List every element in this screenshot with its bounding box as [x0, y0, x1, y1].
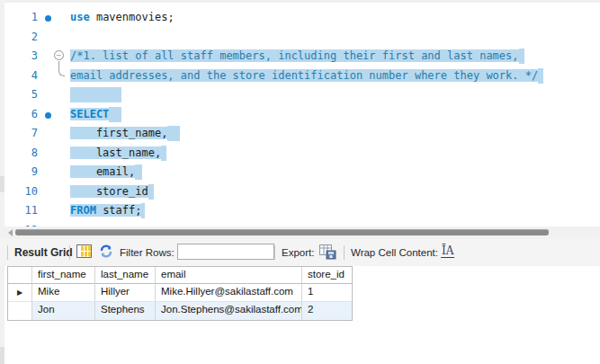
table-cell[interactable]: Stephens — [95, 302, 156, 320]
line-number: 3 — [4, 49, 38, 62]
row-selector-cell[interactable] — [8, 302, 32, 320]
line-number: 9 — [4, 165, 38, 178]
export-label: Export: — [282, 247, 314, 258]
rail-handle[interactable] — [0, 347, 4, 364]
refresh-icon[interactable] — [99, 244, 113, 259]
active-row-icon: ▶ — [17, 289, 22, 297]
line-number: 5 — [4, 88, 38, 101]
code-line[interactable]: 11FROM staff; — [4, 201, 600, 221]
code-text: FROM staff; — [70, 203, 145, 218]
separator — [274, 245, 275, 260]
filter-rows-input[interactable] — [177, 244, 274, 260]
code-line[interactable]: 3−/*1. list of all staff members, includ… — [4, 47, 600, 67]
wrap-cell-content-label: Wrap Cell Content: — [351, 247, 438, 258]
column-header[interactable]: first_name — [32, 267, 95, 284]
result-grid-table: first_namelast_nameemailstore_id▶MikeHil… — [7, 266, 353, 321]
code-text: /*1. list of all staff members, includin… — [70, 49, 524, 64]
wrap-cell-content-icon[interactable]: ĪA — [441, 245, 454, 258]
fold-collapse-icon[interactable]: − — [54, 50, 64, 60]
code-line[interactable]: 9 email, — [4, 163, 600, 182]
row-selector-cell[interactable]: ▶ — [8, 284, 32, 302]
code-text: email addresses, and the store identific… — [70, 68, 543, 84]
code-text — [70, 87, 121, 102]
code-line[interactable]: 1use mavenmovies; — [4, 8, 600, 28]
line-number: 1 — [4, 11, 38, 23]
row-selector-header — [8, 267, 32, 284]
result-grid-title: Result Grid — [14, 246, 73, 259]
export-icon[interactable] — [319, 244, 336, 260]
code-text: first_name, — [70, 126, 180, 141]
table-cell[interactable]: 2 — [302, 302, 352, 320]
statement-marker-icon — [45, 112, 51, 119]
column-header[interactable]: store_id — [302, 267, 352, 284]
code-text: use mavenmovies; — [70, 10, 175, 25]
filter-rows-label: Filter Rows: — [120, 247, 175, 258]
code-line[interactable]: 2 — [4, 28, 600, 48]
scroll-left-icon[interactable] — [8, 229, 13, 236]
line-number: 6 — [4, 108, 38, 120]
statement-marker-icon — [45, 15, 51, 22]
code-line[interactable]: 7 first_name, — [4, 124, 600, 144]
table-cell[interactable]: Jon — [32, 302, 95, 320]
table-cell[interactable]: Jon.Stephens@sakilastaff.com — [156, 302, 302, 320]
column-header[interactable]: email — [156, 267, 302, 284]
code-text: SELECT — [70, 107, 121, 122]
code-line[interactable]: 8 last_name, — [4, 144, 600, 164]
code-line[interactable]: 6SELECT — [4, 105, 600, 125]
table-row[interactable]: JonStephensJon.Stephens@sakilastaff.com2 — [8, 302, 352, 320]
fold-extent-line — [58, 61, 65, 76]
separator — [344, 245, 345, 260]
column-header[interactable]: last_name — [95, 267, 156, 284]
code-line[interactable]: 5 — [4, 85, 600, 105]
table-cell[interactable]: Hillyer — [95, 284, 156, 302]
line-number: 8 — [4, 146, 38, 159]
line-number: 4 — [4, 69, 38, 82]
code-line[interactable]: 10 store_id — [4, 182, 600, 202]
line-number: 10 — [4, 185, 38, 198]
separator — [69, 245, 70, 260]
code-text: last_name, — [70, 146, 166, 161]
code-text: store_id — [70, 184, 154, 200]
line-number: 2 — [4, 31, 38, 43]
table-cell[interactable]: Mike.Hillyer@sakilastaff.com — [156, 284, 302, 302]
scrollbar-thumb[interactable] — [15, 229, 549, 235]
table-row[interactable]: ▶MikeHillyerMike.Hillyer@sakilastaff.com… — [8, 284, 352, 302]
table-cell[interactable]: Mike — [32, 284, 95, 302]
header-row: first_namelast_nameemailstore_id — [8, 267, 352, 284]
line-number: 11 — [4, 204, 38, 217]
table-cell[interactable]: 1 — [302, 284, 352, 302]
line-number: 7 — [4, 127, 38, 139]
code-line[interactable]: 4email addresses, and the store identifi… — [4, 67, 600, 86]
separator — [7, 245, 8, 260]
grid-view-icon[interactable] — [76, 244, 92, 259]
horizontal-scrollbar[interactable] — [4, 226, 600, 239]
result-grid-toolbar: Result Grid Filter Rows: Export: Wrap Ce… — [0, 239, 600, 266]
code-text: email, — [70, 164, 142, 180]
sql-editor[interactable]: 1use mavenmovies;23−/*1. list of all sta… — [4, 3, 600, 226]
